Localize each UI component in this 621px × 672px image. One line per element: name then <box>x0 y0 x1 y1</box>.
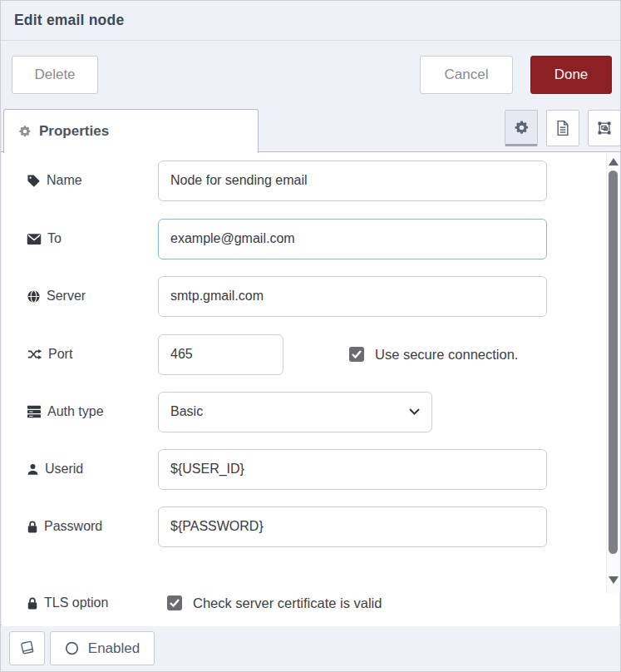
tls-certificate-label: Check server certificate is valid <box>193 595 382 611</box>
server-label: Server <box>27 275 153 317</box>
tls-option-label-text: TLS option <box>44 595 108 610</box>
chevron-down-icon <box>409 408 420 415</box>
node-appearance-icon <box>596 120 613 136</box>
enabled-toggle-button[interactable]: Enabled <box>50 631 155 665</box>
name-input[interactable] <box>158 161 547 201</box>
description-tab-button[interactable] <box>546 110 579 146</box>
vertical-scrollbar[interactable] <box>606 152 619 594</box>
password-label-text: Password <box>44 519 102 534</box>
user-icon <box>27 462 39 477</box>
gear-icon <box>514 120 530 136</box>
scroll-down-arrow-icon[interactable] <box>609 576 619 584</box>
properties-tab-button[interactable] <box>505 110 538 146</box>
gear-icon <box>18 125 32 138</box>
userid-input[interactable] <box>158 449 547 490</box>
to-input[interactable] <box>158 219 547 259</box>
name-label-text: Name <box>47 173 82 188</box>
userid-label-text: Userid <box>45 462 83 477</box>
secure-connection-group: Use secure connection. <box>349 347 518 363</box>
properties-form: Name To <box>2 152 619 626</box>
password-input[interactable] <box>158 506 547 547</box>
server-label-text: Server <box>47 289 86 304</box>
server-stack-icon <box>27 405 42 418</box>
done-button[interactable]: Done <box>530 56 612 94</box>
auth-type-label: Auth type <box>27 391 153 432</box>
node-help-button[interactable] <box>9 631 45 665</box>
book-icon <box>19 640 35 656</box>
port-label: Port <box>27 334 153 375</box>
auth-type-label-text: Auth type <box>47 404 104 419</box>
lock-icon <box>27 596 38 610</box>
delete-button[interactable]: Delete <box>12 56 98 94</box>
globe-icon <box>27 289 41 304</box>
field-row-server: Server <box>2 275 619 317</box>
field-row-tls: TLS option Check server certificate is v… <box>2 582 619 624</box>
dialog-header: Edit email node <box>1 1 620 41</box>
dialog-footer: Enabled <box>1 625 620 671</box>
field-row-auth-type: Auth type Basic <box>2 391 619 432</box>
shuffle-icon <box>27 348 42 361</box>
port-label-text: Port <box>48 347 72 362</box>
tab-properties-label: Properties <box>39 123 109 140</box>
appearance-tab-button[interactable] <box>588 110 621 146</box>
to-label: To <box>27 218 153 259</box>
circle-icon <box>65 641 79 655</box>
envelope-icon <box>27 233 42 245</box>
auth-type-select[interactable]: Basic <box>158 392 432 432</box>
secure-connection-label: Use secure connection. <box>375 347 518 363</box>
userid-label: Userid <box>27 448 153 490</box>
tls-option-label: TLS option <box>27 582 153 624</box>
scrollbar-thumb[interactable] <box>609 170 618 554</box>
to-label-text: To <box>47 231 62 246</box>
secure-connection-checkbox[interactable] <box>349 347 364 362</box>
field-row-userid: Userid <box>2 448 619 490</box>
tab-bar: Properties <box>1 106 620 152</box>
dialog-title: Edit email node <box>14 12 124 29</box>
enabled-label: Enabled <box>88 640 140 657</box>
field-row-to: To <box>2 218 619 259</box>
tls-certificate-checkbox[interactable] <box>167 595 182 610</box>
document-icon <box>555 120 570 136</box>
password-label: Password <box>27 506 153 547</box>
field-row-port: Port Use secure connection. <box>2 334 619 375</box>
scroll-up-arrow-icon[interactable] <box>609 158 619 166</box>
edit-email-node-dialog: Edit email node Delete Cancel Done Prope… <box>0 0 621 672</box>
auth-type-selected-value: Basic <box>170 404 203 419</box>
field-row-name: Name <box>2 160 619 201</box>
cancel-button[interactable]: Cancel <box>420 56 513 94</box>
tab-properties[interactable]: Properties <box>3 109 259 153</box>
tag-icon <box>27 174 41 188</box>
server-input[interactable] <box>158 276 547 317</box>
field-row-password: Password <box>2 506 619 547</box>
lock-icon <box>27 520 38 534</box>
tls-check-group: Check server certificate is valid <box>167 595 382 611</box>
name-label: Name <box>27 160 153 201</box>
port-input[interactable] <box>158 334 283 375</box>
